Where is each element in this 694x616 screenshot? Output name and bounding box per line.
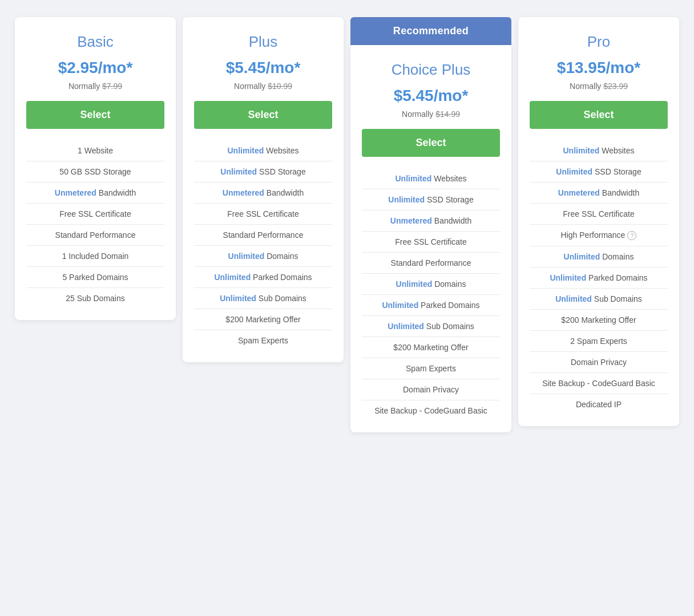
list-item: Standard Performance bbox=[26, 224, 164, 245]
list-item: Unmetered Bandwidth bbox=[194, 182, 332, 203]
plan-price-plus: $5.45/mo* bbox=[226, 59, 301, 77]
list-item: Spam Experts bbox=[194, 330, 332, 351]
list-item: Dedicated IP bbox=[530, 394, 668, 415]
plan-normal-price-plus: Normally $10.99 bbox=[234, 82, 292, 91]
list-item: Unlimited Domains bbox=[530, 246, 668, 267]
plan-wrapper-pro: Pro$13.95/mo*Normally $23.99SelectUnlimi… bbox=[515, 17, 683, 426]
list-item: Unlimited SSD Storage bbox=[530, 161, 668, 182]
list-item: $200 Marketing Offer bbox=[530, 309, 668, 330]
list-item: 50 GB SSD Storage bbox=[26, 161, 164, 182]
list-item: Standard Performance bbox=[194, 224, 332, 245]
plan-name-plus: Plus bbox=[249, 33, 278, 51]
list-item: $200 Marketing Offer bbox=[362, 337, 500, 358]
list-item: Unlimited SSD Storage bbox=[362, 189, 500, 210]
list-item: Unlimited Sub Domains bbox=[530, 288, 668, 309]
list-item: Unlimited Parked Domains bbox=[530, 267, 668, 288]
info-icon[interactable]: ? bbox=[627, 231, 636, 240]
plan-card-pro: Pro$13.95/mo*Normally $23.99SelectUnlimi… bbox=[518, 17, 679, 426]
plan-name-basic: Basic bbox=[77, 33, 114, 51]
plan-price-pro: $13.95/mo* bbox=[557, 59, 640, 77]
list-item: Unmetered Bandwidth bbox=[26, 182, 164, 203]
pricing-container: Basic$2.95/mo*Normally $7.99Select1 Webs… bbox=[11, 11, 683, 432]
features-list-basic: 1 Website50 GB SSD StorageUnmetered Band… bbox=[26, 140, 164, 309]
plan-price-choice-plus: $5.45/mo* bbox=[394, 87, 469, 105]
list-item: 1 Included Domain bbox=[26, 245, 164, 266]
plan-wrapper-plus: Plus$5.45/mo*Normally $10.99SelectUnlimi… bbox=[179, 17, 347, 362]
list-item: Site Backup - CodeGuard Basic bbox=[530, 372, 668, 394]
list-item: Unlimited SSD Storage bbox=[194, 161, 332, 182]
plan-name-choice-plus: Choice Plus bbox=[392, 61, 471, 79]
plan-card-choice-plus: Choice Plus$5.45/mo*Normally $14.99Selec… bbox=[350, 45, 511, 432]
list-item: Unlimited Sub Domains bbox=[362, 315, 500, 337]
select-button-plus[interactable]: Select bbox=[194, 101, 332, 129]
list-item: Free SSL Certificate bbox=[530, 203, 668, 224]
list-item: 2 Spam Experts bbox=[530, 330, 668, 351]
list-item: Spam Experts bbox=[362, 358, 500, 379]
features-list-pro: Unlimited WebsitesUnlimited SSD StorageU… bbox=[530, 140, 668, 415]
list-item: $200 Marketing Offer bbox=[194, 309, 332, 330]
features-list-plus: Unlimited WebsitesUnlimited SSD StorageU… bbox=[194, 140, 332, 351]
list-item: Unmetered Bandwidth bbox=[530, 182, 668, 203]
select-button-basic[interactable]: Select bbox=[26, 101, 164, 129]
list-item: 5 Parked Domains bbox=[26, 266, 164, 287]
list-item: Unlimited Parked Domains bbox=[362, 294, 500, 315]
list-item: Site Backup - CodeGuard Basic bbox=[362, 400, 500, 421]
list-item: Domain Privacy bbox=[362, 379, 500, 400]
list-item: 25 Sub Domains bbox=[26, 287, 164, 309]
select-button-choice-plus[interactable]: Select bbox=[362, 129, 500, 157]
plan-name-pro: Pro bbox=[587, 33, 610, 51]
list-item: Free SSL Certificate bbox=[362, 231, 500, 252]
plan-card-basic: Basic$2.95/mo*Normally $7.99Select1 Webs… bbox=[15, 17, 176, 320]
list-item: Unlimited Domains bbox=[194, 245, 332, 266]
plan-normal-price-pro: Normally $23.99 bbox=[570, 82, 628, 91]
plan-normal-price-choice-plus: Normally $14.99 bbox=[402, 110, 460, 119]
list-item: High Performance? bbox=[530, 224, 668, 246]
list-item: Unlimited Websites bbox=[362, 168, 500, 189]
list-item: Unmetered Bandwidth bbox=[362, 210, 500, 231]
list-item: Unlimited Sub Domains bbox=[194, 287, 332, 309]
plan-price-basic: $2.95/mo* bbox=[58, 59, 133, 77]
list-item: Unlimited Parked Domains bbox=[194, 266, 332, 287]
plan-wrapper-choice-plus: RecommendedChoice Plus$5.45/mo*Normally … bbox=[347, 17, 515, 432]
plan-wrapper-basic: Basic$2.95/mo*Normally $7.99Select1 Webs… bbox=[11, 17, 179, 320]
list-item: Free SSL Certificate bbox=[194, 203, 332, 224]
list-item: Free SSL Certificate bbox=[26, 203, 164, 224]
list-item: Unlimited Websites bbox=[530, 140, 668, 161]
plan-normal-price-basic: Normally $7.99 bbox=[68, 82, 122, 91]
list-item: 1 Website bbox=[26, 140, 164, 161]
recommended-badge: Recommended bbox=[350, 17, 511, 45]
list-item: Domain Privacy bbox=[530, 351, 668, 372]
list-item: Unlimited Websites bbox=[194, 140, 332, 161]
plan-card-plus: Plus$5.45/mo*Normally $10.99SelectUnlimi… bbox=[183, 17, 344, 362]
list-item: Unlimited Domains bbox=[362, 273, 500, 294]
features-list-choice-plus: Unlimited WebsitesUnlimited SSD StorageU… bbox=[362, 168, 500, 421]
list-item: Standard Performance bbox=[362, 252, 500, 273]
select-button-pro[interactable]: Select bbox=[530, 101, 668, 129]
